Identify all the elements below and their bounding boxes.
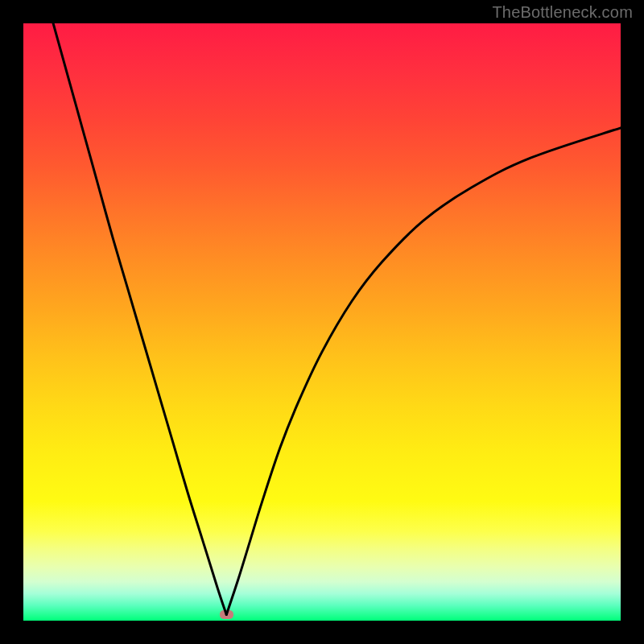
bottleneck-curve: [23, 23, 621, 621]
plot-area: [23, 23, 621, 621]
chart-frame: TheBottleneck.com: [0, 0, 644, 644]
attribution-text: TheBottleneck.com: [492, 3, 633, 22]
